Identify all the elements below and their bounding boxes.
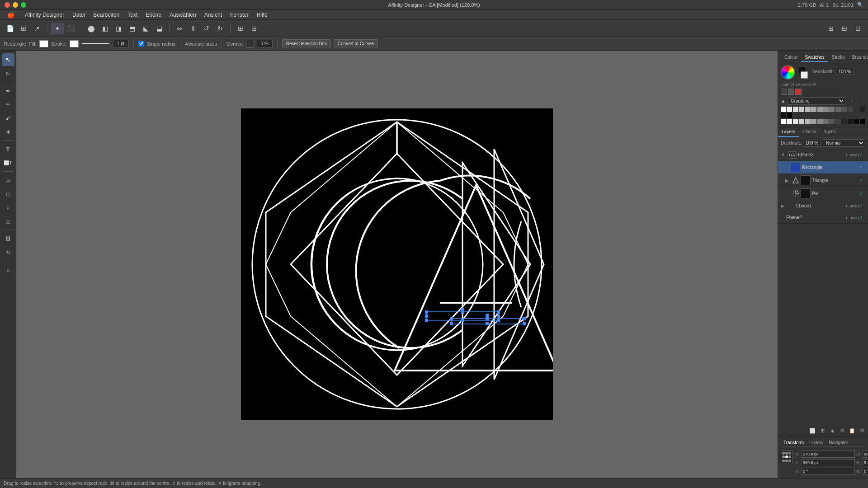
menu-affinity[interactable]: Affinity Designer <box>21 11 68 19</box>
sw2-9[interactable] <box>829 119 835 124</box>
layer-pie-check[interactable]: ✓ <box>859 191 865 197</box>
tab-brushes[interactable]: Brushes <box>849 53 868 62</box>
tab-stroke[interactable]: Stroke <box>828 53 849 62</box>
align-bottom-btn[interactable]: ⬓ <box>153 23 165 34</box>
grid-btn[interactable]: ⊟ <box>248 23 260 34</box>
tab-transform[interactable]: Transform <box>781 439 807 446</box>
corner-percent-input[interactable]: 0 % <box>257 40 273 48</box>
layer-ebene2-check[interactable]: ✓ <box>859 215 865 221</box>
studio-btn[interactable]: ⊡ <box>852 23 864 34</box>
single-radius-checkbox[interactable] <box>138 41 144 47</box>
stroke-width-input[interactable]: 1 pt <box>113 40 129 48</box>
corner-style-icon[interactable] <box>246 40 254 48</box>
swatch-10[interactable] <box>841 107 847 112</box>
expand-ebene3[interactable]: ▼ <box>781 152 786 157</box>
tab-history[interactable]: History <box>807 439 826 446</box>
sw2-10[interactable] <box>835 119 841 124</box>
anchor-tl[interactable] <box>782 452 785 455</box>
menu-hilfe[interactable]: Hilfe <box>253 11 271 19</box>
align-right-btn[interactable]: ◨ <box>112 23 125 34</box>
sw2-4[interactable] <box>799 119 804 124</box>
sw2-11[interactable] <box>841 119 847 124</box>
tab-navigator[interactable]: Navigator <box>826 439 851 446</box>
tab-colour[interactable]: Colour <box>781 53 801 62</box>
h-input[interactable]: 5.3 px <box>863 459 868 466</box>
swatch-7[interactable] <box>823 107 829 112</box>
r-input[interactable]: 0 ° <box>802 468 855 475</box>
new-document-btn[interactable]: 📄 <box>4 23 16 34</box>
layer-ebene1-check[interactable]: ✓ <box>859 203 865 209</box>
align-left-btn[interactable]: ⬤ <box>85 23 98 34</box>
anchor-ml[interactable] <box>782 455 785 458</box>
ellipse-tool[interactable]: ○ <box>2 201 14 214</box>
layers-opacity-input[interactable]: 100 % <box>803 140 821 147</box>
layer-ebene2[interactable]: Ebene2 (Layer) ✓ <box>778 212 868 224</box>
expand-ebene1[interactable]: ▶ <box>781 203 786 208</box>
transform-tool[interactable]: ⟲ <box>2 246 14 258</box>
designer-mode-btn[interactable]: ✦ <box>51 23 64 34</box>
convert-to-curves-button[interactable]: Convert to Curves <box>334 39 378 48</box>
swatch-black[interactable] <box>787 113 792 118</box>
b-input[interactable]: 96.1 px <box>863 450 868 458</box>
swatch-12[interactable] <box>854 107 859 112</box>
x-input[interactable]: 278.9 px <box>802 450 855 458</box>
sw2-8[interactable] <box>823 119 829 124</box>
rotate-right-btn[interactable]: ↻ <box>214 23 226 34</box>
anchor-br[interactable] <box>788 460 791 462</box>
recent-swatch-2[interactable] <box>788 89 794 95</box>
search-icon[interactable]: 🔍 <box>857 2 863 8</box>
recent-swatch-1[interactable] <box>781 89 787 95</box>
sw2-5[interactable] <box>805 119 811 124</box>
minimize-button[interactable] <box>13 2 18 8</box>
sw2-6[interactable] <box>811 119 816 124</box>
sw2-3[interactable] <box>793 119 798 124</box>
zoom-actual-btn[interactable]: ⊟ <box>838 23 851 34</box>
expand-triangle[interactable]: ▶ <box>785 178 791 183</box>
swatch-9[interactable] <box>835 107 841 112</box>
zoom-fit-btn[interactable]: ⊞ <box>825 23 837 34</box>
tab-styles[interactable]: Styles <box>820 127 839 137</box>
layers-panel-btn-5[interactable]: 📋 <box>848 427 856 435</box>
tab-layers[interactable]: Layers <box>778 127 799 137</box>
swatch-3[interactable] <box>799 107 804 112</box>
menu-ansicht[interactable]: Ansicht <box>201 11 226 19</box>
tab-swatches[interactable]: Swatches <box>801 53 828 62</box>
swatch-13[interactable] <box>860 107 865 112</box>
tab-effects[interactable]: Effects <box>799 127 820 137</box>
flip-v-btn[interactable]: ⇕ <box>187 23 199 34</box>
apple-menu[interactable]: 🍎 <box>4 10 19 19</box>
anchor-tr[interactable] <box>788 452 791 455</box>
anchor-bc[interactable] <box>785 460 788 462</box>
layers-panel-btn-4[interactable]: ⚙ <box>838 427 846 435</box>
menu-ebene[interactable]: Ebene <box>142 11 165 19</box>
n-input[interactable]: 0 ° <box>863 468 868 475</box>
blend-mode-select[interactable]: Normal Multiply Screen Overlay <box>823 139 865 147</box>
swatch-2[interactable] <box>793 107 798 112</box>
maximize-button[interactable] <box>21 2 26 8</box>
white-swatch[interactable] <box>801 71 808 79</box>
shape-tool[interactable]: ▭ <box>2 174 14 187</box>
pointer-tool[interactable]: ↖ <box>2 53 14 66</box>
layer-pie[interactable]: Pie ✓ <box>778 187 868 200</box>
anchor-grid[interactable] <box>781 450 793 464</box>
rounded-rect-tool[interactable]: ▢ <box>2 188 14 200</box>
swatch-11[interactable] <box>848 107 853 112</box>
pen-tool[interactable]: ✒ <box>2 84 14 97</box>
recent-swatch-3[interactable] <box>795 89 802 95</box>
sw2-7[interactable] <box>817 119 823 124</box>
layers-panel-btn-6[interactable]: ⚙ <box>858 427 866 435</box>
layer-rectangle-check[interactable]: ✓ <box>859 164 865 170</box>
sw2-14[interactable] <box>860 119 865 124</box>
view-mode-btn[interactable]: ⊞ <box>17 23 30 34</box>
brush-tool[interactable]: 🖌 <box>2 112 14 124</box>
rotate-left-btn[interactable]: ↺ <box>200 23 213 34</box>
swatch-4[interactable] <box>805 107 811 112</box>
share-btn[interactable]: ↗ <box>31 23 43 34</box>
fill-tool[interactable]: ◈ <box>2 125 14 138</box>
layer-rectangle[interactable]: Rectangle ✓ <box>778 161 868 174</box>
menu-text[interactable]: Text <box>124 11 141 19</box>
swatch-1[interactable] <box>787 107 792 112</box>
canvas-area[interactable] <box>16 51 778 478</box>
menu-auswaehlen[interactable]: Auswählen <box>166 11 200 19</box>
swatch-white[interactable] <box>781 107 786 112</box>
